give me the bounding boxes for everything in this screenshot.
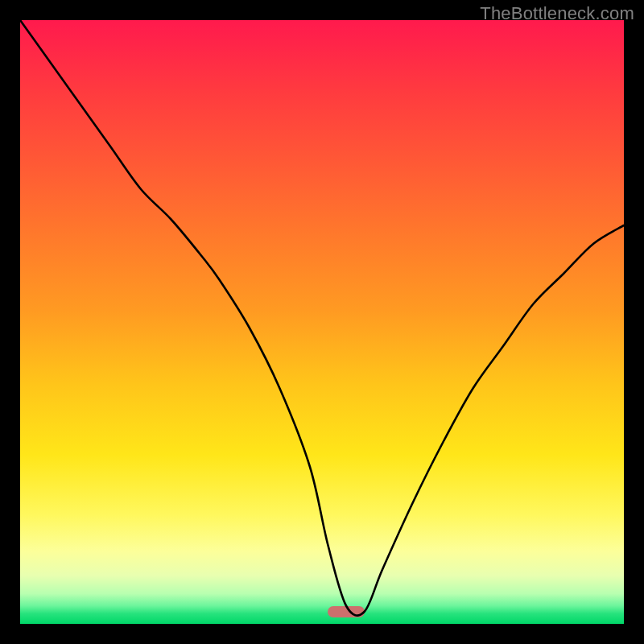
bottleneck-gradient bbox=[20, 20, 624, 624]
plot-area bbox=[20, 20, 624, 624]
chart-frame: TheBottleneck.com bbox=[0, 0, 644, 644]
optimal-marker bbox=[328, 606, 365, 617]
watermark-text: TheBottleneck.com bbox=[480, 3, 634, 24]
